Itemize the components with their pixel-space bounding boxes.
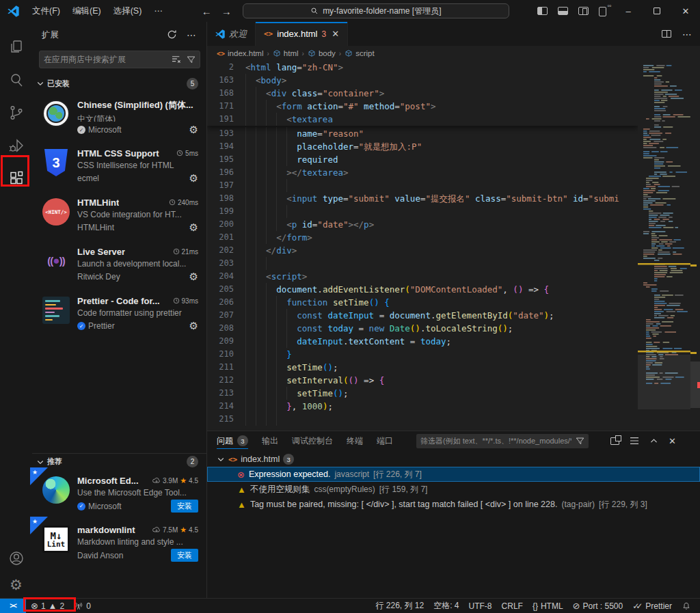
extension-gear-icon[interactable]: ⚙	[189, 221, 198, 234]
code-line-193[interactable]: 193name="reason"	[207, 127, 638, 140]
panel-tab-output[interactable]: 输出	[262, 431, 278, 450]
nav-back-icon[interactable]: ←	[202, 5, 212, 17]
problem-row-2[interactable]: ▲︎ Tag must be paired, missing: [ </div>…	[207, 497, 700, 512]
code-line-201[interactable]: 201</form>	[207, 231, 638, 244]
breadcrumb-item-body[interactable]: body	[308, 49, 336, 57]
code-line-203[interactable]: 203	[207, 257, 638, 270]
code-line-197[interactable]: 197	[207, 179, 638, 192]
minimize-button[interactable]: –	[614, 0, 643, 22]
menu-item-3[interactable]: ⋯	[148, 3, 169, 18]
tab-index-html[interactable]: <> index.html 3 ✕	[256, 22, 348, 46]
extension-gear-icon[interactable]: ⚙	[189, 320, 198, 332]
code-line-214[interactable]: 214}, 1000);	[207, 400, 638, 413]
code-line-194[interactable]: 194placeholder="就是想加入:P"	[207, 140, 638, 153]
search-icon[interactable]	[0, 64, 32, 96]
code-line-205[interactable]: 205document.addEventListener("DOMContent…	[207, 283, 638, 296]
code-line-196[interactable]: 196></textarea>	[207, 166, 638, 179]
code-line-213[interactable]: 213setTime();	[207, 387, 638, 400]
customize-layout-icon[interactable]	[593, 1, 614, 21]
problems-file-group[interactable]: <> index.html 3	[207, 452, 700, 467]
minimap[interactable]	[638, 61, 690, 431]
code-line-171[interactable]: 171<form action="#" method="post">	[207, 100, 638, 113]
extension-item-live-server[interactable]: ((●)) Live Server 21ms Launch a developm…	[32, 241, 206, 290]
language-mode[interactable]: {} HTML	[528, 599, 568, 613]
close-panel-icon[interactable]: ✕	[669, 436, 676, 446]
extension-item-markdownlint[interactable]: ★ M↓Lint markdownlint 7.5M ★4.5 Markdown…	[32, 519, 206, 568]
code-line-209[interactable]: 209dateInput.textContent = today;	[207, 335, 638, 348]
refresh-icon[interactable]	[167, 29, 177, 40]
toggle-sidebar-icon[interactable]	[532, 1, 552, 21]
code-line-2[interactable]: 2<html lang="zh-CN">	[207, 61, 638, 74]
panel-tab-problems[interactable]: 问题 3	[217, 431, 248, 450]
menu-item-2[interactable]: 选择(S)	[107, 3, 148, 18]
toggle-secondary-sidebar-icon[interactable]	[573, 1, 593, 21]
problem-row-0[interactable]: ⊗ Expression expected. javascript [行 226…	[207, 467, 700, 482]
extension-item-html-css-support[interactable]: 3 HTML CSS Support 5ms CSS Intellisense …	[32, 142, 206, 191]
code-line-168[interactable]: 168<div class="container">	[207, 87, 638, 100]
editor-more-actions-icon[interactable]: ⋯	[682, 29, 692, 40]
section-installed[interactable]: 已安装 5	[32, 75, 206, 92]
explorer-icon[interactable]	[0, 31, 32, 63]
toggle-panel-icon[interactable]	[552, 1, 573, 21]
code-line-202[interactable]: 202</div>	[207, 244, 638, 257]
split-editor-icon[interactable]	[662, 30, 671, 38]
maximize-panel-icon[interactable]	[649, 437, 658, 446]
menu-item-1[interactable]: 编辑(E)	[66, 3, 107, 18]
extension-gear-icon[interactable]: ⚙	[189, 172, 198, 185]
tab-close-icon[interactable]: ✕	[332, 29, 339, 39]
extension-gear-icon[interactable]: ⚙	[189, 271, 198, 283]
code-line-206[interactable]: 206function setTime() {	[207, 296, 638, 309]
extension-item-htmlhint[interactable]: <HINT/> HTMLHint 240ms VS Code integrati…	[32, 191, 206, 241]
problems-filter-input[interactable]: 筛选器(例如 text、**/*.ts、!**/node_modules/**)	[416, 434, 589, 448]
clear-search-filter-icon[interactable]	[172, 55, 181, 64]
overview-ruler[interactable]	[690, 61, 700, 431]
filter-icon[interactable]	[576, 437, 584, 446]
code-line-207[interactable]: 207const dateInput = document.getElement…	[207, 309, 638, 322]
install-button[interactable]: 安装	[171, 549, 198, 562]
eol-sequence[interactable]: CRLF	[497, 599, 528, 613]
cursor-position[interactable]: 行 226, 列 12	[371, 599, 429, 613]
notifications-bell[interactable]	[677, 599, 696, 613]
nav-forward-icon[interactable]: →	[221, 5, 232, 17]
menu-item-0[interactable]: 文件(F)	[26, 3, 66, 18]
install-button[interactable]: 安装	[171, 500, 198, 513]
extension-item-chinese-simplified-[interactable]: Chinese (Simplified) (简体... 中文(简体) ✓Micr…	[32, 93, 206, 142]
indentation[interactable]: 空格: 4	[429, 599, 463, 613]
code-line-199[interactable]: 199	[207, 205, 638, 218]
code-line-195[interactable]: 195required	[207, 153, 638, 166]
formatter-status[interactable]: ✓✓ Prettier	[628, 599, 677, 613]
breadcrumb-item-html[interactable]: html	[273, 49, 299, 57]
tab-welcome[interactable]: 欢迎	[207, 22, 256, 46]
filter-icon[interactable]	[187, 55, 196, 64]
problem-row-1[interactable]: ▲︎ 不使用空规则集 css(emptyRules) [行 159, 列 7]	[207, 482, 700, 497]
source-control-icon[interactable]	[0, 97, 32, 128]
extensions-icon[interactable]	[0, 163, 32, 194]
problems-status[interactable]: ⊗ 1 ▲︎ 2	[26, 599, 69, 613]
settings-gear-icon[interactable]: ⚙	[0, 569, 32, 601]
breadcrumb-item-script[interactable]: script	[345, 49, 374, 57]
view-as-list-icon[interactable]	[630, 437, 639, 445]
encoding[interactable]: UTF-8	[464, 599, 497, 613]
code-line-204[interactable]: 204<script>	[207, 270, 638, 283]
close-button[interactable]: ✕	[671, 0, 700, 22]
extension-item-microsoft-ed-[interactable]: ★ Microsoft Ed... 3.9M ★4.5 Use the Micr…	[32, 469, 206, 519]
command-center[interactable]: my-favorite-folder-name [管理员]	[243, 3, 509, 18]
code-line-211[interactable]: 211setTime();	[207, 361, 638, 374]
code-line-212[interactable]: 212setInterval(() => {	[207, 374, 638, 387]
panel-tab-ports[interactable]: 端口	[377, 431, 393, 450]
code-line-198[interactable]: 198<input type="submit" value="提交报名" cla…	[207, 192, 638, 205]
code-line-191[interactable]: 191<textarea	[207, 113, 638, 126]
run-debug-icon[interactable]	[0, 130, 32, 161]
code-line-208[interactable]: 208const today = new Date().toLocaleStri…	[207, 322, 638, 335]
more-actions-icon[interactable]: ⋯	[187, 29, 197, 40]
code-line-200[interactable]: 200<p id="date"></p>	[207, 218, 638, 231]
panel-tab-terminal[interactable]: 终端	[347, 431, 363, 450]
live-server-port[interactable]: ⊘ Port : 5500	[568, 599, 628, 613]
section-recommended[interactable]: 推荐 2	[32, 453, 206, 469]
code-line-163[interactable]: 163<body>	[207, 74, 638, 87]
extension-item-prettier-code-for-[interactable]: Prettier - Code for... 93ms Code formatt…	[32, 290, 206, 339]
code-line-210[interactable]: 210}	[207, 348, 638, 361]
extensions-search-input[interactable]: 在应用商店中搜索扩展	[39, 51, 200, 68]
code-line-215[interactable]: 215	[207, 413, 638, 426]
remote-indicator[interactable]: ><	[0, 599, 26, 613]
